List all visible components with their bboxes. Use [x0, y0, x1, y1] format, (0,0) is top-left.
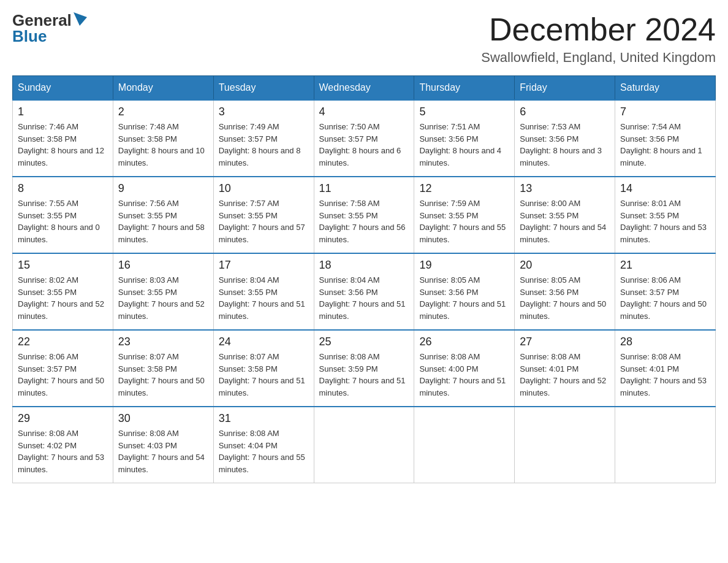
day-info: Sunrise: 8:08 AMSunset: 4:00 PMDaylight:… [419, 351, 509, 399]
table-row: 9 Sunrise: 7:56 AMSunset: 3:55 PMDayligh… [113, 177, 213, 253]
day-info: Sunrise: 8:08 AMSunset: 3:59 PMDaylight:… [319, 351, 409, 399]
day-info: Sunrise: 8:06 AMSunset: 3:57 PMDaylight:… [18, 351, 108, 399]
day-number: 24 [219, 335, 309, 348]
day-info: Sunrise: 7:48 AMSunset: 3:58 PMDaylight:… [118, 121, 208, 169]
table-row: 13 Sunrise: 8:00 AMSunset: 3:55 PMDaylig… [515, 177, 615, 253]
header: General Blue December 2024 Swallowfield,… [12, 12, 716, 66]
day-info: Sunrise: 7:58 AMSunset: 3:55 PMDaylight:… [319, 197, 409, 245]
day-info: Sunrise: 7:57 AMSunset: 3:55 PMDaylight:… [219, 197, 309, 245]
day-number: 23 [118, 335, 208, 348]
day-number: 4 [319, 105, 409, 118]
day-info: Sunrise: 8:04 AMSunset: 3:55 PMDaylight:… [219, 274, 309, 322]
table-row: 30 Sunrise: 8:08 AMSunset: 4:03 PMDaylig… [113, 407, 213, 483]
day-info: Sunrise: 7:46 AMSunset: 3:58 PMDaylight:… [18, 121, 108, 169]
calendar-week-row: 29 Sunrise: 8:08 AMSunset: 4:02 PMDaylig… [13, 407, 716, 483]
table-row: 28 Sunrise: 8:08 AMSunset: 4:01 PMDaylig… [615, 330, 716, 407]
col-friday: Friday [515, 76, 615, 101]
table-row: 18 Sunrise: 8:04 AMSunset: 3:56 PMDaylig… [314, 253, 414, 330]
table-row: 7 Sunrise: 7:54 AMSunset: 3:56 PMDayligh… [615, 100, 716, 177]
table-row: 22 Sunrise: 8:06 AMSunset: 3:57 PMDaylig… [13, 330, 113, 407]
table-row: 3 Sunrise: 7:49 AMSunset: 3:57 PMDayligh… [213, 100, 314, 177]
day-number: 7 [620, 105, 710, 118]
day-number: 12 [419, 182, 509, 195]
table-row: 4 Sunrise: 7:50 AMSunset: 3:57 PMDayligh… [314, 100, 414, 177]
day-number: 8 [18, 182, 108, 195]
day-info: Sunrise: 7:53 AMSunset: 3:56 PMDaylight:… [520, 121, 610, 169]
day-number: 16 [118, 259, 208, 272]
day-info: Sunrise: 8:04 AMSunset: 3:56 PMDaylight:… [319, 274, 409, 322]
logo-arrow-icon [74, 12, 87, 26]
day-info: Sunrise: 8:00 AMSunset: 3:55 PMDaylight:… [520, 197, 610, 245]
day-info: Sunrise: 8:07 AMSunset: 3:58 PMDaylight:… [219, 351, 309, 399]
day-number: 18 [319, 259, 409, 272]
day-number: 26 [419, 335, 509, 348]
table-row: 2 Sunrise: 7:48 AMSunset: 3:58 PMDayligh… [113, 100, 213, 177]
day-number: 13 [520, 182, 610, 195]
day-number: 19 [419, 259, 509, 272]
col-sunday: Sunday [13, 76, 113, 101]
table-row: 15 Sunrise: 8:02 AMSunset: 3:55 PMDaylig… [13, 253, 113, 330]
table-row: 19 Sunrise: 8:05 AMSunset: 3:56 PMDaylig… [414, 253, 515, 330]
day-info: Sunrise: 7:50 AMSunset: 3:57 PMDaylight:… [319, 121, 409, 169]
day-info: Sunrise: 8:07 AMSunset: 3:58 PMDaylight:… [118, 351, 208, 399]
table-row: 24 Sunrise: 8:07 AMSunset: 3:58 PMDaylig… [213, 330, 314, 407]
day-number: 29 [18, 412, 108, 425]
day-number: 11 [319, 182, 409, 195]
day-number: 21 [620, 259, 710, 272]
day-info: Sunrise: 8:08 AMSunset: 4:01 PMDaylight:… [620, 351, 710, 399]
day-number: 10 [219, 182, 309, 195]
table-row: 27 Sunrise: 8:08 AMSunset: 4:01 PMDaylig… [515, 330, 615, 407]
table-row: 17 Sunrise: 8:04 AMSunset: 3:55 PMDaylig… [213, 253, 314, 330]
day-info: Sunrise: 7:49 AMSunset: 3:57 PMDaylight:… [219, 121, 309, 169]
table-row: 1 Sunrise: 7:46 AMSunset: 3:58 PMDayligh… [13, 100, 113, 177]
col-monday: Monday [113, 76, 213, 101]
table-row [615, 407, 716, 483]
day-number: 3 [219, 105, 309, 118]
day-number: 2 [118, 105, 208, 118]
col-saturday: Saturday [615, 76, 716, 101]
table-row: 6 Sunrise: 7:53 AMSunset: 3:56 PMDayligh… [515, 100, 615, 177]
title-area: December 2024 Swallowfield, England, Uni… [481, 12, 716, 66]
day-info: Sunrise: 8:03 AMSunset: 3:55 PMDaylight:… [118, 274, 208, 322]
day-number: 20 [520, 259, 610, 272]
logo-general-text: General [12, 12, 72, 28]
table-row: 23 Sunrise: 8:07 AMSunset: 3:58 PMDaylig… [113, 330, 213, 407]
table-row [515, 407, 615, 483]
day-info: Sunrise: 7:55 AMSunset: 3:55 PMDaylight:… [18, 197, 108, 245]
day-info: Sunrise: 8:08 AMSunset: 4:04 PMDaylight:… [219, 427, 309, 475]
table-row: 26 Sunrise: 8:08 AMSunset: 4:00 PMDaylig… [414, 330, 515, 407]
day-number: 15 [18, 259, 108, 272]
calendar-week-row: 15 Sunrise: 8:02 AMSunset: 3:55 PMDaylig… [13, 253, 716, 330]
day-number: 1 [18, 105, 108, 118]
day-info: Sunrise: 8:05 AMSunset: 3:56 PMDaylight:… [419, 274, 509, 322]
calendar-table: Sunday Monday Tuesday Wednesday Thursday… [12, 75, 716, 483]
day-number: 5 [419, 105, 509, 118]
col-thursday: Thursday [414, 76, 515, 101]
day-number: 6 [520, 105, 610, 118]
calendar-header-row: Sunday Monday Tuesday Wednesday Thursday… [13, 76, 716, 101]
day-info: Sunrise: 8:06 AMSunset: 3:57 PMDaylight:… [620, 274, 710, 322]
day-number: 31 [219, 412, 309, 425]
table-row: 29 Sunrise: 8:08 AMSunset: 4:02 PMDaylig… [13, 407, 113, 483]
table-row: 20 Sunrise: 8:05 AMSunset: 3:56 PMDaylig… [515, 253, 615, 330]
day-info: Sunrise: 8:05 AMSunset: 3:56 PMDaylight:… [520, 274, 610, 322]
day-info: Sunrise: 7:54 AMSunset: 3:56 PMDaylight:… [620, 121, 710, 169]
day-number: 9 [118, 182, 208, 195]
day-info: Sunrise: 7:51 AMSunset: 3:56 PMDaylight:… [419, 121, 509, 169]
calendar-week-row: 8 Sunrise: 7:55 AMSunset: 3:55 PMDayligh… [13, 177, 716, 253]
table-row: 21 Sunrise: 8:06 AMSunset: 3:57 PMDaylig… [615, 253, 716, 330]
table-row: 5 Sunrise: 7:51 AMSunset: 3:56 PMDayligh… [414, 100, 515, 177]
month-title: December 2024 [481, 12, 716, 47]
col-tuesday: Tuesday [213, 76, 314, 101]
table-row [414, 407, 515, 483]
day-info: Sunrise: 8:08 AMSunset: 4:01 PMDaylight:… [520, 351, 610, 399]
table-row: 8 Sunrise: 7:55 AMSunset: 3:55 PMDayligh… [13, 177, 113, 253]
day-number: 28 [620, 335, 710, 348]
table-row [314, 407, 414, 483]
table-row: 12 Sunrise: 7:59 AMSunset: 3:55 PMDaylig… [414, 177, 515, 253]
table-row: 10 Sunrise: 7:57 AMSunset: 3:55 PMDaylig… [213, 177, 314, 253]
day-info: Sunrise: 8:08 AMSunset: 4:03 PMDaylight:… [118, 427, 208, 475]
day-info: Sunrise: 8:02 AMSunset: 3:55 PMDaylight:… [18, 274, 108, 322]
day-number: 17 [219, 259, 309, 272]
day-number: 14 [620, 182, 710, 195]
